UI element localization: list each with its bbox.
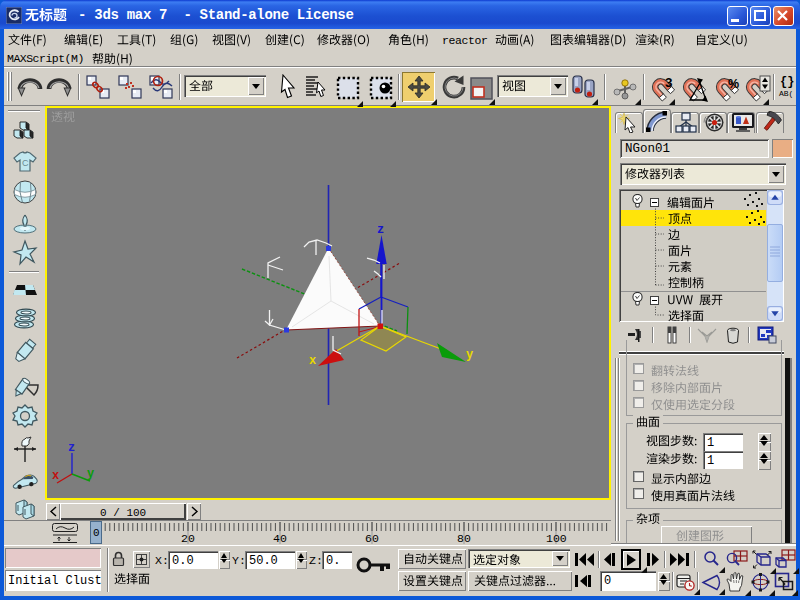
svg-text:y: y bbox=[87, 467, 94, 481]
svg-text:z: z bbox=[377, 223, 384, 237]
svg-text:y: y bbox=[466, 348, 473, 362]
svg-text:C: C bbox=[22, 158, 29, 168]
svg-text:3: 3 bbox=[665, 75, 673, 90]
svg-text:z: z bbox=[68, 441, 75, 455]
svg-text:x: x bbox=[309, 354, 316, 368]
svg-text:x: x bbox=[52, 469, 59, 483]
svg-text:%: % bbox=[728, 77, 739, 91]
